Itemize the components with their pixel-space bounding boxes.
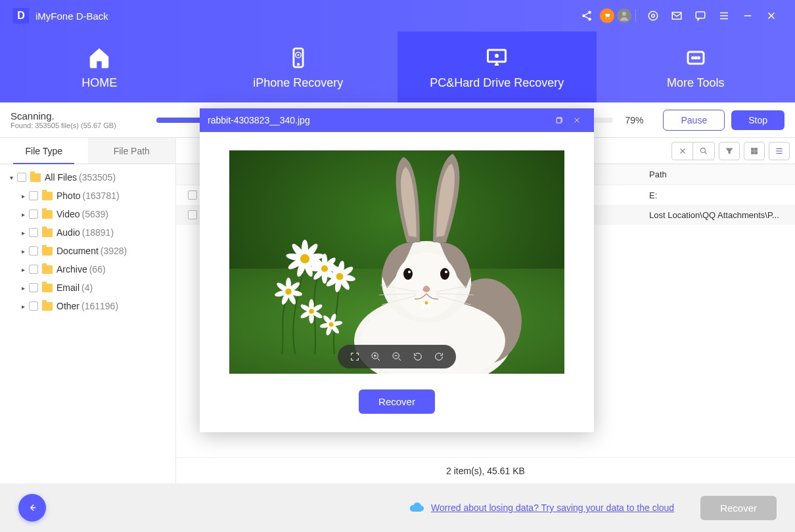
tree-node-video[interactable]: ▸ Video (5639) (0, 205, 175, 223)
svg-point-11 (297, 63, 299, 65)
avatar-icon[interactable] (617, 9, 631, 23)
folder-icon (42, 247, 53, 255)
tree-node-name: Email (57, 282, 80, 293)
menu-icon[interactable] (714, 5, 735, 26)
checkbox[interactable] (29, 283, 38, 292)
recover-button[interactable]: Recover (700, 496, 777, 520)
clear-search-button[interactable] (672, 143, 693, 160)
search-group (671, 142, 715, 160)
filter-button[interactable] (719, 142, 740, 160)
search-button[interactable] (693, 143, 714, 160)
svg-rect-22 (755, 151, 758, 154)
close-icon[interactable] (761, 5, 782, 26)
preview-modal: rabbit-4303823__340.jpg (200, 108, 594, 432)
column-header-path[interactable]: Path (643, 169, 795, 179)
folder-icon (42, 210, 53, 219)
tab-iphone-recovery[interactable]: iPhone Recovery (199, 32, 398, 102)
close-modal-icon[interactable] (568, 111, 586, 129)
mail-icon[interactable] (666, 5, 687, 26)
cart-icon[interactable] (600, 9, 614, 23)
checkbox[interactable] (188, 190, 197, 200)
sidebar-tabs: File Type File Path (0, 138, 175, 164)
list-view-button[interactable] (769, 142, 790, 160)
zoom-out-icon[interactable] (386, 346, 407, 367)
svg-rect-23 (556, 118, 561, 123)
rotate-right-icon[interactable] (428, 346, 449, 367)
folder-icon (42, 192, 53, 200)
svg-point-81 (395, 252, 458, 318)
tree-node-email[interactable]: ▸ Email (4) (0, 278, 175, 297)
share-icon[interactable] (576, 5, 597, 26)
tree-node-name: Document (57, 246, 99, 256)
checkbox[interactable] (29, 191, 38, 200)
tree-node-other[interactable]: ▸ Other (161196) (0, 297, 175, 315)
folder-icon (42, 229, 53, 237)
tree-node-count: (5639) (82, 209, 108, 219)
minimize-icon[interactable] (737, 5, 758, 26)
svg-point-4 (608, 18, 610, 19)
svg-point-85 (445, 271, 447, 273)
rotate-left-icon[interactable] (407, 346, 428, 367)
chevron-right-icon: ▸ (18, 192, 28, 200)
tree-node-all-files[interactable]: ▾ All Files (353505) (0, 168, 175, 187)
cloud-backup-link[interactable]: Worred about losing data? Try saving you… (431, 502, 674, 513)
cloud-icon (409, 502, 424, 514)
tree-node-count: (4) (81, 282, 93, 293)
status-detail: Found: 353505 file(s) (55.67 GB) (11, 122, 148, 129)
tree-node-archive[interactable]: ▸ Archive (66) (0, 260, 175, 278)
status-title: Scanning. (11, 110, 148, 122)
restore-window-icon[interactable] (549, 111, 568, 129)
checkbox[interactable] (29, 265, 38, 274)
svg-point-15 (691, 56, 694, 59)
tree-node-count: (18891) (82, 227, 114, 238)
tree-node-audio[interactable]: ▸ Audio (18891) (0, 223, 175, 242)
feedback-icon[interactable] (690, 5, 711, 26)
svg-rect-9 (696, 12, 705, 18)
preview-image-frame (229, 150, 564, 374)
chevron-right-icon: ▸ (18, 211, 28, 218)
sidebar-tab-file-path[interactable]: File Path (88, 138, 176, 164)
checkbox[interactable] (29, 210, 38, 219)
stop-button[interactable]: Stop (731, 110, 784, 130)
tree-node-photo[interactable]: ▸ Photo (163781) (0, 187, 175, 205)
svg-point-3 (606, 18, 607, 19)
tab-more-tools[interactable]: More Tools (597, 32, 796, 102)
bottom-bar: Worred about losing data? Try saving you… (0, 483, 795, 532)
checkbox[interactable] (29, 228, 38, 237)
tree-node-name: Other (57, 301, 80, 311)
svg-rect-20 (755, 148, 758, 150)
back-button[interactable] (18, 494, 46, 521)
svg-point-7 (648, 11, 658, 20)
checkbox[interactable] (17, 173, 26, 182)
folder-icon (30, 173, 41, 182)
image-toolbar (338, 345, 456, 368)
svg-point-76 (329, 322, 334, 327)
tree-node-document[interactable]: ▸ Document (3928) (0, 242, 175, 260)
titlebar: D iMyFone D-Back (0, 0, 795, 32)
preview-image (229, 150, 564, 374)
fullscreen-icon[interactable] (344, 346, 365, 367)
checkbox[interactable] (29, 301, 38, 311)
chevron-right-icon: ▸ (18, 303, 28, 310)
folder-icon (42, 284, 53, 292)
svg-point-82 (403, 268, 413, 280)
checkbox[interactable] (188, 210, 197, 219)
svg-point-84 (408, 271, 411, 273)
zoom-in-icon[interactable] (365, 346, 386, 367)
sidebar: File Type File Path ▾ All Files (353505)… (0, 138, 176, 483)
tab-label: PC&Hard Drive Recovery (430, 76, 564, 90)
grid-view-button[interactable] (744, 142, 765, 160)
pause-button[interactable]: Pause (663, 110, 725, 131)
tab-home[interactable]: HOME (0, 32, 199, 102)
checkbox[interactable] (29, 246, 38, 255)
tab-label: HOME (81, 76, 117, 90)
modal-recover-button[interactable]: Recover (359, 389, 435, 414)
svg-rect-19 (751, 148, 754, 150)
gear-icon[interactable] (643, 5, 664, 26)
modal-header[interactable]: rabbit-4303823__340.jpg (200, 108, 594, 132)
sidebar-tab-file-type[interactable]: File Type (0, 138, 88, 164)
svg-rect-21 (751, 151, 754, 154)
tab-pc-hard-drive-recovery[interactable]: PC&Hard Drive Recovery (398, 32, 597, 102)
tree-node-count: (163781) (83, 190, 120, 201)
chevron-down-icon: ▾ (7, 174, 16, 181)
